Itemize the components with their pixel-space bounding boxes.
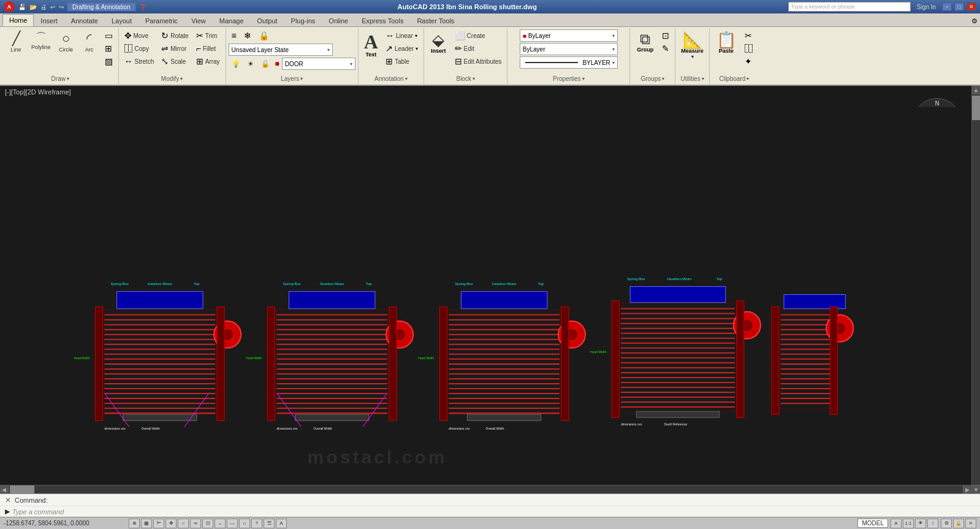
- sc-btn[interactable]: ☰: [264, 519, 275, 528]
- quick-access-print[interactable]: 🖨: [40, 4, 47, 10]
- osnap-btn[interactable]: ○: [178, 519, 189, 528]
- cmd-input-field[interactable]: Type a command: [12, 508, 64, 516]
- clipboard-group-label[interactable]: Clipboard ▾: [712, 74, 756, 83]
- group-large-btn[interactable]: ⧉ Group: [632, 29, 658, 55]
- search-box[interactable]: Type a keyword or phrase: [788, 2, 911, 12]
- tab-parametric[interactable]: Parametric: [139, 14, 184, 26]
- paste-large-btn[interactable]: 📋 Paste: [712, 29, 740, 56]
- layer-name-combo[interactable]: DOOR ▾: [282, 58, 355, 70]
- scale-list-btn[interactable]: 1:1: [903, 519, 914, 528]
- qp-btn[interactable]: ?: [251, 519, 262, 528]
- measure-large-btn[interactable]: 📐 Measure ▾: [678, 29, 707, 62]
- edit-attributes-btn[interactable]: ⊟ Edit Attributes: [452, 55, 505, 67]
- model-space-btn[interactable]: MODEL: [857, 519, 888, 528]
- stretch-btn[interactable]: ↔ Stretch: [121, 55, 158, 67]
- matchprop-btn[interactable]: ✦: [742, 55, 756, 67]
- polyline-btn[interactable]: ⌒ Polyline: [28, 29, 54, 53]
- create-btn[interactable]: ⬜ Create: [452, 29, 505, 42]
- copy-btn[interactable]: ⿰ Copy: [121, 42, 158, 55]
- array-btn[interactable]: ⊞ Array: [193, 55, 223, 67]
- table-btn[interactable]: ⊞ Table: [382, 55, 421, 67]
- signin-btn[interactable]: Sign In: [913, 4, 940, 10]
- group-ungroup-btn[interactable]: ⊡: [659, 29, 672, 42]
- linear-btn[interactable]: ↔ Linear ▾: [382, 29, 421, 42]
- groups-group-label[interactable]: Groups ▾: [632, 74, 672, 83]
- ortho-btn[interactable]: ⊢: [153, 519, 164, 528]
- gradient-btn[interactable]: ▨: [102, 55, 116, 67]
- tab-express-tools[interactable]: Express Tools: [355, 14, 410, 26]
- auto-scale-btn[interactable]: ↕: [927, 519, 938, 528]
- quick-access-open[interactable]: 📂: [29, 4, 37, 10]
- snap-btn[interactable]: ⊕: [129, 519, 140, 528]
- tab-manage[interactable]: Manage: [213, 14, 251, 26]
- minimize-btn[interactable]: −: [942, 2, 952, 11]
- group-edit-btn[interactable]: ✎: [659, 42, 672, 55]
- workspace-dropdown[interactable]: Drafting & Annotation: [67, 3, 135, 11]
- tp-btn[interactable]: ⌂: [239, 519, 250, 528]
- hatch-btn[interactable]: ⊞: [102, 42, 116, 55]
- status-more-btn[interactable]: ≡: [965, 519, 976, 528]
- insert-large-btn[interactable]: ⬙ Insert: [427, 29, 450, 56]
- tab-insert[interactable]: Insert: [34, 14, 64, 26]
- layer-lock2-btn[interactable]: 🔓: [258, 58, 273, 70]
- tab-raster-tools[interactable]: Raster Tools: [410, 14, 461, 26]
- scroll-up-btn[interactable]: ▲: [972, 86, 980, 94]
- annotation-group-label[interactable]: Annotation ▾: [361, 74, 421, 83]
- ribbon-options[interactable]: ⚙: [969, 16, 980, 26]
- scrollbar-vertical[interactable]: ▲ ▼: [971, 86, 980, 493]
- modify-group-label[interactable]: Modify ▾: [121, 74, 223, 83]
- app-logo[interactable]: A: [4, 1, 15, 12]
- bylayer-color-combo[interactable]: ByLayer ▾: [520, 43, 618, 55]
- edit-btn[interactable]: ✏ Edit: [452, 42, 505, 55]
- tab-home[interactable]: Home: [2, 14, 34, 26]
- arc-btn[interactable]: ◜ Arc: [78, 29, 101, 56]
- drawing-canvas[interactable]: Spring Box Gearbox Motor Top Head Width …: [0, 98, 971, 485]
- rectangle-btn[interactable]: ▭: [102, 29, 116, 42]
- am-btn[interactable]: A: [276, 519, 287, 528]
- dyn-btn[interactable]: ⌄: [215, 519, 226, 528]
- ducs-btn[interactable]: ⊡: [202, 519, 213, 528]
- close-btn[interactable]: ✕: [967, 2, 976, 11]
- otrack-btn[interactable]: ∞: [190, 519, 201, 528]
- cut-btn[interactable]: ✂: [742, 29, 756, 42]
- scroll-thumb-v[interactable]: [972, 96, 980, 120]
- bylayer-linetype-combo[interactable]: BYLAYER ▾: [520, 56, 618, 69]
- utilities-group-label[interactable]: Utilities ▾: [678, 74, 707, 83]
- tab-online[interactable]: Online: [322, 14, 355, 26]
- bylayer-layer-combo[interactable]: ■ ByLayer ▾: [520, 29, 618, 42]
- layers-group-label[interactable]: Layers ▾: [229, 74, 355, 83]
- layer-isolate-btn[interactable]: 💡: [229, 58, 243, 70]
- anno-visibility-btn[interactable]: 👁: [915, 519, 926, 528]
- drawing-area[interactable]: [-][Top][2D Wireframe] N S E W TOP WCS ▲…: [0, 86, 980, 493]
- quick-access-redo[interactable]: ↪: [59, 4, 64, 10]
- cmd-close-btn[interactable]: ✕: [5, 496, 11, 504]
- quick-access-save[interactable]: 💾: [18, 4, 26, 10]
- move-btn[interactable]: ✥ Move: [121, 29, 158, 42]
- tab-plugins[interactable]: Plug-ins: [284, 14, 322, 26]
- scrollbar-horizontal[interactable]: ◀ ▶: [0, 485, 971, 493]
- polar-btn[interactable]: ✥: [165, 519, 177, 528]
- help-icon[interactable]: ❓: [139, 4, 146, 10]
- grid-btn[interactable]: ▦: [141, 519, 152, 528]
- layer-freeze-btn[interactable]: ❄: [241, 29, 254, 42]
- trim-btn[interactable]: ✂ Trim: [193, 29, 223, 42]
- layer-freeze2-btn[interactable]: ☀: [245, 58, 257, 70]
- tab-view[interactable]: View: [184, 14, 213, 26]
- lw-btn[interactable]: —: [227, 519, 238, 528]
- workspace-settings-btn[interactable]: ⚙: [941, 519, 952, 528]
- rotate-btn[interactable]: ↻ Rotate: [158, 29, 191, 42]
- scale-btn[interactable]: ⤡ Scale: [158, 55, 191, 67]
- tab-annotate[interactable]: Annotate: [64, 14, 105, 26]
- line-btn[interactable]: ╱ Line: [5, 29, 27, 56]
- properties-group-label[interactable]: Properties ▾: [510, 74, 627, 83]
- circle-btn[interactable]: ○ Circle: [55, 29, 77, 56]
- copy-clipboard-btn[interactable]: ⿰: [742, 42, 756, 55]
- quick-access-undo[interactable]: ↩: [50, 4, 55, 10]
- tab-output[interactable]: Output: [251, 14, 284, 26]
- leader-btn[interactable]: ↗ Leader ▾: [382, 42, 421, 55]
- layer-properties-btn[interactable]: ≡: [229, 29, 240, 42]
- block-group-label[interactable]: Block ▾: [427, 74, 504, 83]
- layer-state-combo[interactable]: Unsaved Layer State ▾: [229, 44, 333, 56]
- tab-layout[interactable]: Layout: [105, 14, 139, 26]
- layer-lock-btn[interactable]: 🔒: [256, 29, 272, 42]
